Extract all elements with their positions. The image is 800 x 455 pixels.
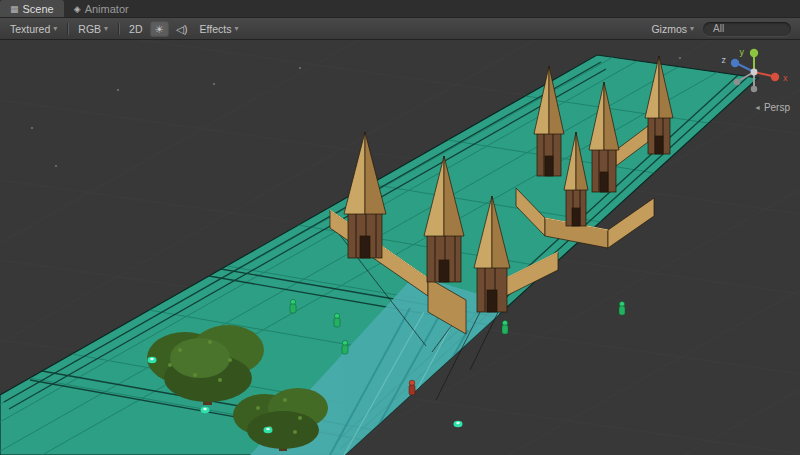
speaker-icon: ◁) — [176, 23, 188, 35]
effects-label: Effects — [200, 23, 232, 35]
color-mode-dropdown[interactable]: RGB ▾ — [73, 21, 113, 37]
tab-scene[interactable]: ▦ Scene — [0, 0, 64, 17]
scene-toolbar: Textured ▾ RGB ▾ 2D ☀ ◁) Effects ▾ Gizmo… — [0, 18, 800, 40]
character-red — [409, 380, 415, 395]
tab-scene-label: Scene — [23, 3, 54, 15]
scene-tab-icon: ▦ — [10, 4, 19, 14]
render-mode-label: Textured — [10, 23, 50, 35]
chevron-down-icon: ▾ — [53, 24, 57, 33]
scene-viewport[interactable]: y x z ◄ Persp — [0, 40, 800, 455]
animator-tab-icon: ◈ — [74, 4, 81, 14]
audio-toggle-button[interactable]: ◁) — [171, 21, 193, 37]
axis-neg-y-handle — [751, 86, 757, 92]
effects-dropdown[interactable]: Effects ▾ — [195, 21, 244, 37]
chevron-down-icon: ▾ — [234, 24, 238, 33]
gizmo-center — [751, 69, 758, 76]
axis-neg-x-handle — [734, 79, 740, 85]
projection-label: Persp — [764, 102, 790, 113]
color-mode-label: RGB — [78, 23, 101, 35]
axis-z-handle — [731, 59, 739, 67]
orientation-gizmo[interactable]: y x z — [710, 44, 794, 102]
axis-x-label: x — [783, 73, 788, 83]
tab-bar: ▦ Scene ◈ Animator — [0, 0, 800, 18]
scene-search-input[interactable]: All — [703, 22, 791, 36]
persp-arrow-icon: ◄ — [754, 104, 761, 111]
gizmos-label: Gizmos — [651, 23, 687, 35]
tab-animator-label: Animator — [85, 3, 129, 15]
projection-toggle[interactable]: ◄ Persp — [754, 102, 790, 113]
gizmos-dropdown[interactable]: Gizmos ▾ — [646, 21, 699, 37]
sun-icon: ☀ — [155, 23, 164, 35]
chevron-down-icon: ▾ — [104, 24, 108, 33]
scene-search-value: All — [713, 23, 724, 34]
toolbar-divider — [67, 23, 68, 35]
render-mode-dropdown[interactable]: Textured ▾ — [5, 21, 62, 37]
lighting-toggle-button[interactable]: ☀ — [150, 21, 169, 37]
axis-y-handle — [750, 49, 758, 57]
axis-y-label: y — [740, 47, 745, 57]
toggle-2d-button[interactable]: 2D — [124, 21, 147, 37]
chevron-down-icon: ▾ — [690, 24, 694, 33]
unity-editor-window: ▦ Scene ◈ Animator Textured ▾ RGB ▾ 2D ☀… — [0, 0, 800, 455]
axis-x-handle — [771, 73, 779, 81]
toolbar-divider — [118, 23, 119, 35]
axis-z-label: z — [722, 55, 727, 65]
scene-render — [0, 40, 800, 455]
tab-animator[interactable]: ◈ Animator — [64, 0, 139, 17]
